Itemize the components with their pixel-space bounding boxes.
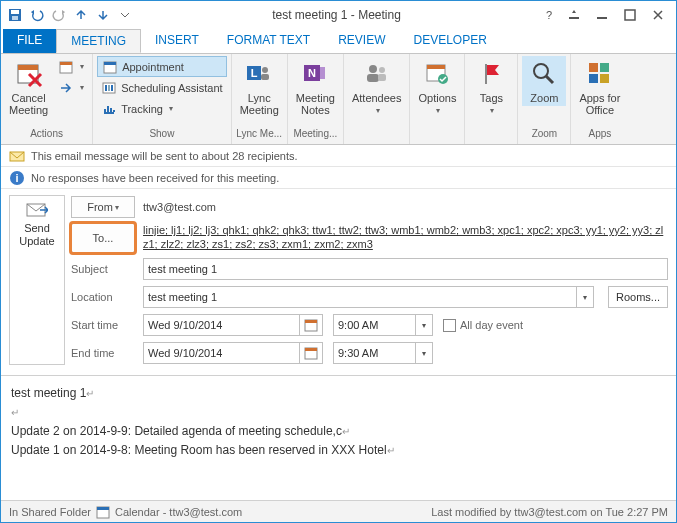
- help-button[interactable]: ?: [538, 4, 560, 26]
- group-label-show: Show: [97, 128, 227, 142]
- group-label-actions: Actions: [5, 128, 88, 142]
- start-time-dropdown[interactable]: ▾: [415, 314, 433, 336]
- calendar-icon: [58, 59, 74, 75]
- ribbon-group-tags: Tags▾: [465, 54, 518, 144]
- maximize-button[interactable]: [616, 4, 644, 26]
- tab-review[interactable]: REVIEW: [324, 29, 399, 53]
- minimize-button[interactable]: [588, 4, 616, 26]
- cancel-meeting-button[interactable]: Cancel Meeting: [5, 56, 52, 118]
- tab-file[interactable]: FILE: [3, 29, 56, 53]
- tab-developer[interactable]: DEVELOPER: [400, 29, 501, 53]
- to-button[interactable]: To...: [71, 223, 135, 253]
- svg-rect-2: [12, 16, 18, 20]
- undo-icon[interactable]: [27, 5, 47, 25]
- end-date-input[interactable]: Wed 9/10/2014: [143, 342, 323, 364]
- location-label: Location: [71, 286, 135, 308]
- svg-rect-3: [569, 17, 579, 19]
- from-button[interactable]: From▾: [71, 196, 135, 218]
- from-value: ttw3@test.com: [143, 201, 216, 213]
- meeting-form: Send Update From▾ ttw3@test.com To... li…: [1, 189, 676, 376]
- redo-icon[interactable]: [49, 5, 69, 25]
- svg-text:N: N: [308, 67, 316, 79]
- svg-rect-32: [589, 63, 598, 72]
- svg-rect-30: [485, 64, 487, 84]
- svg-rect-11: [104, 62, 116, 65]
- svg-rect-1: [11, 10, 19, 14]
- ribbon-group-zoom: Zoom Zoom: [518, 54, 571, 144]
- svg-rect-13: [105, 85, 107, 91]
- svg-rect-24: [367, 74, 379, 82]
- scheduling-assistant-button[interactable]: Scheduling Assistant: [97, 77, 227, 98]
- ribbon-options-icon[interactable]: [560, 4, 588, 26]
- message-body[interactable]: test meeting 1↵ ↵ Update 2 on 2014-9-9: …: [1, 376, 676, 500]
- svg-rect-33: [600, 63, 609, 72]
- zoom-button[interactable]: Zoom: [522, 56, 566, 106]
- status-lastmodified: Last modified by ttw3@test.com on Tue 2:…: [431, 506, 668, 518]
- svg-rect-7: [18, 65, 38, 70]
- svg-rect-45: [97, 507, 109, 510]
- ribbon-group-attendees: Attendees▾: [344, 54, 411, 144]
- all-day-checkbox[interactable]: All day event: [443, 319, 523, 332]
- ribbon-group-show: Appointment Scheduling Assistant Trackin…: [93, 54, 232, 144]
- location-dropdown[interactable]: ▾: [576, 286, 594, 308]
- calendar-cancel-icon: [13, 58, 45, 90]
- svg-rect-15: [111, 85, 113, 91]
- attendees-button[interactable]: Attendees▾: [348, 56, 406, 117]
- svg-rect-4: [597, 17, 607, 19]
- ribbon-tabs: FILE MEETING INSERT FORMAT TEXT REVIEW D…: [1, 29, 676, 53]
- start-time-input[interactable]: 9:00 AM ▾: [333, 314, 433, 336]
- location-input[interactable]: test meeting 1 ▾: [143, 286, 594, 308]
- svg-point-25: [379, 67, 385, 73]
- save-icon[interactable]: [5, 5, 25, 25]
- previous-item-icon[interactable]: [71, 5, 91, 25]
- svg-rect-34: [589, 74, 598, 83]
- options-button[interactable]: Options▾: [414, 56, 460, 117]
- apps-for-office-button[interactable]: Apps for Office: [575, 56, 624, 118]
- window-controls: ?: [538, 4, 672, 26]
- lync-meeting-button[interactable]: L Lync Meeting: [236, 56, 283, 118]
- next-item-icon[interactable]: [93, 5, 113, 25]
- end-time-dropdown[interactable]: ▾: [415, 342, 433, 364]
- zoom-icon: [528, 58, 560, 90]
- start-time-label: Start time: [71, 314, 135, 336]
- calendar-picker-icon[interactable]: [299, 314, 323, 336]
- mail-info-icon: [9, 148, 25, 164]
- subject-input[interactable]: test meeting 1: [143, 258, 668, 280]
- calendar-status-icon: [95, 504, 111, 520]
- send-update-button[interactable]: Send Update: [9, 195, 65, 365]
- tab-format-text[interactable]: FORMAT TEXT: [213, 29, 324, 53]
- attendees-icon: [361, 58, 393, 90]
- send-update-label: Send Update: [19, 222, 54, 248]
- svg-rect-26: [378, 74, 386, 81]
- group-label-zoom: Zoom: [522, 128, 566, 142]
- send-icon: [26, 202, 48, 218]
- cancel-meeting-label: Cancel Meeting: [9, 92, 48, 116]
- checkbox-icon: [443, 319, 456, 332]
- qat-more-icon[interactable]: [115, 5, 135, 25]
- lync-icon: L: [243, 58, 275, 90]
- window-title: test meeting 1 - Meeting: [135, 8, 538, 22]
- svg-point-31: [534, 64, 548, 78]
- rooms-button[interactable]: Rooms...: [608, 286, 668, 308]
- start-date-input[interactable]: Wed 9/10/2014: [143, 314, 323, 336]
- svg-rect-14: [108, 85, 110, 91]
- svg-rect-28: [427, 65, 445, 69]
- flag-icon: [475, 58, 507, 90]
- ribbon-group-options: Options▾: [410, 54, 465, 144]
- meeting-notes-button[interactable]: N Meeting Notes: [292, 56, 339, 118]
- svg-rect-22: [320, 67, 325, 79]
- status-bar: In Shared Folder Calendar - ttw3@test.co…: [1, 500, 676, 522]
- calendar-picker-icon[interactable]: [299, 342, 323, 364]
- close-button[interactable]: [644, 4, 672, 26]
- tags-button[interactable]: Tags▾: [469, 56, 513, 117]
- end-time-input[interactable]: 9:30 AM ▾: [333, 342, 433, 364]
- tracking-button[interactable]: Tracking▾: [97, 98, 227, 119]
- tab-insert[interactable]: INSERT: [141, 29, 213, 53]
- appointment-icon: [102, 59, 118, 75]
- copy-to-calendar-button[interactable]: ▾: [54, 56, 88, 77]
- to-recipients-field[interactable]: linjie; lj1; lj2; lj3; qhk1; qhk2; qhk3;…: [143, 223, 668, 251]
- appointment-button[interactable]: Appointment: [97, 56, 227, 77]
- info-icon: i: [9, 170, 25, 186]
- tab-meeting[interactable]: MEETING: [56, 29, 141, 53]
- forward-button[interactable]: ▾: [54, 77, 88, 98]
